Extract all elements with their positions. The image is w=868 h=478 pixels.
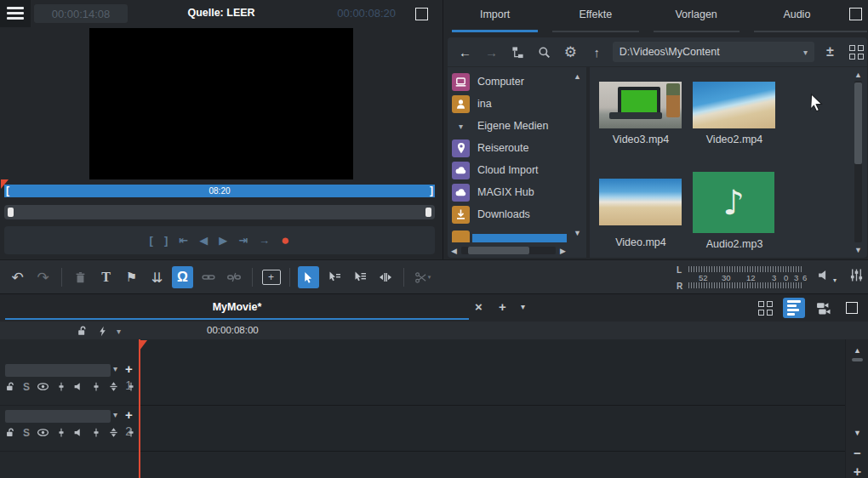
tree-item-ina[interactable]: ina — [452, 94, 492, 114]
timeline-tracks-area[interactable] — [139, 339, 845, 478]
fullscreen-view-icon[interactable] — [841, 298, 863, 318]
track-lock-icon[interactable] — [5, 381, 16, 392]
tree-vertical-scrollbar[interactable]: ▲ ▼ — [573, 72, 583, 237]
track-name-field[interactable] — [5, 410, 111, 423]
track-name-field[interactable] — [5, 364, 111, 377]
track-add-icon[interactable]: + — [125, 361, 133, 376]
zoom-to-range-icon[interactable]: + — [260, 266, 282, 288]
scroll-right-icon[interactable]: ▶ — [556, 247, 566, 255]
track-lane-2[interactable] — [139, 406, 845, 452]
tab-audio[interactable]: Audio — [752, 0, 842, 34]
group-objects-icon[interactable]: ⇊ — [146, 266, 168, 288]
mouse-mode-pointer-icon[interactable] — [298, 266, 319, 288]
tree-item-cloud-import[interactable]: Cloud Import — [452, 160, 539, 180]
file-thumbnail-audio2[interactable]: ♪ — [693, 172, 774, 233]
jump-to-start-button[interactable]: ⇤ — [179, 234, 188, 247]
auto-preview-bolt-icon[interactable] — [97, 326, 108, 337]
tree-item-downloads[interactable]: Downloads — [452, 204, 530, 225]
track-height-plus-icon[interactable]: + — [846, 464, 868, 478]
mouse-mode-all-tracks-icon[interactable] — [349, 266, 370, 288]
track-volume-fader-icon[interactable] — [56, 427, 66, 438]
selected-item-highlight[interactable] — [472, 234, 567, 242]
stretch-mode-icon[interactable] — [374, 266, 396, 288]
speaker-icon[interactable]: ▾ — [817, 268, 831, 282]
tree-item-computer[interactable]: Computer — [452, 71, 524, 92]
import-export-icon[interactable]: ± — [819, 42, 841, 62]
track-add-icon[interactable]: + — [125, 407, 133, 422]
previous-frame-button[interactable]: ◀ — [199, 234, 208, 247]
next-frame-button[interactable]: ⇥ — [238, 234, 248, 247]
tree-item-eigene-medien[interactable]: ▾ Eigene Medien — [452, 116, 548, 136]
search-icon[interactable] — [534, 42, 555, 62]
unlink-objects-icon[interactable] — [223, 266, 244, 288]
close-project-icon[interactable]: × — [475, 299, 483, 314]
record-button[interactable]: ● — [281, 232, 289, 249]
range-end-bracket[interactable]: ] — [430, 185, 433, 197]
tab-effekte[interactable]: Effekte — [551, 0, 640, 34]
hscroll-thumb[interactable] — [468, 247, 529, 254]
delete-icon[interactable] — [70, 266, 91, 288]
scroll-down-icon[interactable]: ▼ — [854, 246, 862, 254]
mark-in-button[interactable]: [ — [150, 234, 153, 247]
multicam-view-icon[interactable] — [812, 298, 834, 318]
project-list-chevron-icon[interactable]: ▾ — [521, 302, 525, 311]
track-options-chevron-icon[interactable]: ▾ — [113, 410, 117, 419]
tree-horizontal-scrollbar[interactable]: ◀ ▶ — [451, 246, 566, 255]
track-mute-speaker-icon[interactable] — [73, 427, 84, 438]
jump-to-end-button[interactable]: → — [259, 234, 270, 247]
tab-import[interactable]: Import — [450, 0, 540, 34]
link-objects-icon[interactable] — [197, 266, 219, 288]
vscroll-thumb[interactable] — [854, 83, 862, 164]
path-dropdown[interactable]: D:\Videos\MyContent ▾ — [613, 42, 814, 62]
lock-all-icon[interactable] — [77, 325, 89, 337]
track-lock-icon[interactable] — [5, 427, 16, 438]
vscroll-up-icon[interactable]: ▲ — [846, 346, 868, 355]
project-tab[interactable]: MyMovie* — [5, 294, 469, 320]
track-visibility-eye-icon[interactable] — [37, 380, 49, 393]
add-project-icon[interactable]: + — [499, 299, 506, 314]
storyboard-view-icon[interactable] — [754, 298, 776, 318]
track-volume-fader-icon[interactable] — [56, 381, 66, 392]
range-start-bracket[interactable]: [ — [6, 185, 9, 197]
track-options-chevron-icon[interactable]: ▾ — [113, 364, 117, 373]
timeline-view-icon[interactable] — [783, 298, 805, 318]
vscroll-down-icon[interactable]: ▼ — [846, 429, 868, 437]
file-name[interactable]: Video3.mp4 — [590, 134, 692, 145]
file-thumbnail-video[interactable] — [599, 179, 682, 225]
vscroll-thumb[interactable] — [852, 358, 863, 361]
settings-gear-icon[interactable]: ⚙ — [560, 42, 581, 62]
tree-item-partial[interactable] — [452, 230, 470, 242]
folder-up-icon[interactable]: ↑ — [586, 42, 608, 62]
track-height-minus-icon[interactable]: − — [846, 446, 868, 460]
source-in-timecode[interactable]: 00:00:14:08 — [34, 4, 128, 23]
mark-out-button[interactable]: ] — [164, 234, 168, 247]
track-pan-fader-icon[interactable] — [91, 427, 101, 438]
track-curve-icon[interactable] — [108, 427, 119, 438]
nav-forward-icon[interactable]: → — [481, 42, 502, 62]
scissors-icon[interactable]: ▾ — [412, 266, 433, 288]
chevron-down-icon[interactable]: ▾ — [452, 122, 470, 131]
mixer-icon[interactable] — [849, 268, 864, 282]
file-name[interactable]: Audio2.mp3 — [683, 238, 785, 250]
file-thumbnail-video2[interactable] — [693, 82, 775, 128]
mouse-mode-single-icon[interactable] — [323, 266, 345, 288]
scrub-handle-right[interactable] — [425, 208, 431, 217]
corner-chevron-icon[interactable]: ▾ — [117, 327, 121, 336]
track-visibility-eye-icon[interactable] — [37, 426, 49, 439]
marker-flag-icon[interactable]: ⚑ — [121, 266, 142, 288]
tree-view-icon[interactable] — [507, 42, 528, 62]
view-options-icon[interactable] — [846, 42, 867, 62]
detach-mediapool-icon[interactable] — [849, 8, 862, 20]
scroll-up-icon[interactable]: ▲ — [574, 72, 581, 81]
file-thumbnail-video3[interactable] — [599, 82, 682, 128]
title-text-icon[interactable]: T — [95, 266, 117, 288]
play-button[interactable]: ▶ — [219, 234, 227, 247]
scroll-left-icon[interactable]: ◀ — [451, 247, 461, 255]
tree-item-magix-hub[interactable]: MAGIX Hub — [452, 182, 534, 202]
video-preview[interactable] — [89, 28, 353, 179]
track-pan-fader-icon[interactable] — [91, 381, 101, 392]
tree-item-reiseroute[interactable]: Reiseroute — [452, 138, 528, 158]
track-solo-button[interactable]: S — [23, 381, 30, 393]
scroll-down-icon[interactable]: ▼ — [574, 229, 581, 237]
nav-back-icon[interactable]: ← — [454, 42, 476, 62]
